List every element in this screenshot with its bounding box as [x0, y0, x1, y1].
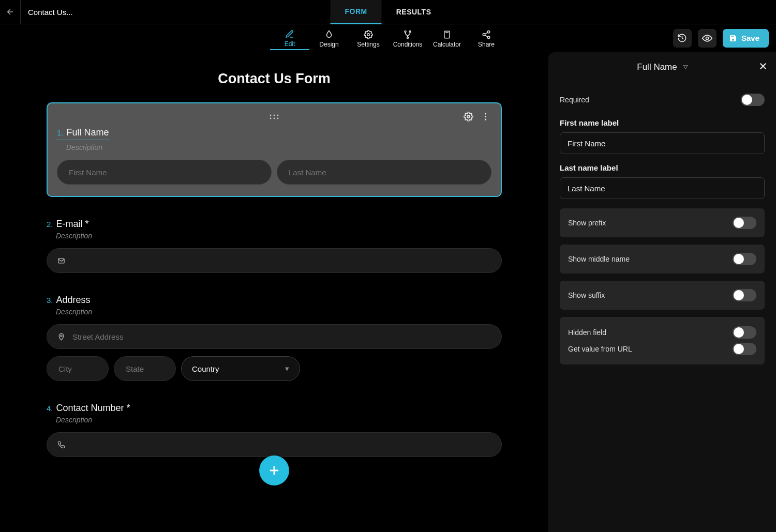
hidden-field-toggle[interactable] [733, 326, 756, 339]
country-select[interactable]: Country ▾ [181, 356, 300, 381]
tab-form[interactable]: FORM [330, 0, 381, 24]
required-toggle[interactable] [741, 94, 765, 106]
tool-settings[interactable]: Settings [349, 26, 388, 50]
field-description: Description [56, 232, 502, 240]
field-number: 1. [57, 128, 64, 137]
history-icon [677, 33, 687, 43]
history-button[interactable] [673, 29, 692, 48]
svg-point-12 [487, 31, 490, 33]
field-description: Description [56, 416, 502, 424]
last-name-label-input[interactable] [560, 177, 765, 199]
show-prefix-label: Show prefix [568, 219, 606, 227]
form-heading: Contact Us Form [47, 71, 502, 87]
field-label: E-mail * [56, 219, 89, 230]
svg-point-20 [277, 115, 279, 116]
tool-conditions[interactable]: Conditions [388, 26, 427, 50]
add-field-button[interactable] [259, 455, 289, 485]
get-from-url-toggle[interactable] [733, 343, 756, 355]
svg-point-0 [367, 33, 370, 36]
street-input[interactable] [47, 324, 502, 349]
panel-title[interactable]: Full Name ▽ [637, 62, 687, 72]
get-from-url-label: Get value from URL [568, 345, 632, 353]
svg-point-18 [270, 115, 272, 116]
tool-design[interactable]: Design [309, 26, 349, 50]
svg-point-13 [483, 33, 485, 36]
pencil-icon [285, 29, 294, 39]
share-icon [482, 30, 491, 39]
svg-rect-4 [444, 31, 450, 38]
svg-point-3 [407, 37, 409, 38]
svg-point-26 [485, 116, 486, 117]
drop-icon [324, 30, 334, 39]
close-panel-button[interactable] [758, 62, 768, 72]
svg-point-29 [61, 335, 62, 337]
plus-icon [267, 463, 281, 478]
field-description[interactable]: Description [66, 143, 491, 151]
field-address[interactable]: 3. Address Description Country ▾ [47, 295, 502, 381]
eye-icon [702, 33, 712, 43]
svg-point-24 [467, 115, 470, 118]
show-prefix-toggle[interactable] [733, 217, 756, 229]
required-label: Required [560, 96, 589, 104]
svg-point-22 [274, 118, 275, 119]
calculator-icon [442, 30, 452, 39]
last-name-label-title: Last name label [560, 163, 765, 172]
show-suffix-label: Show suffix [568, 291, 605, 299]
email-input[interactable] [47, 248, 502, 273]
tool-calculator[interactable]: Calculator [427, 26, 467, 50]
first-name-label-title: First name label [560, 118, 765, 127]
tool-edit[interactable]: Edit [270, 26, 309, 50]
last-name-input[interactable] [277, 160, 491, 185]
properties-panel: Full Name ▽ Required First name label La… [548, 52, 776, 532]
hidden-field-label: Hidden field [568, 328, 606, 337]
tab-results[interactable]: RESULTS [382, 0, 446, 24]
phone-icon [57, 441, 65, 449]
first-name-input[interactable] [57, 160, 272, 185]
field-number: 3. [47, 296, 53, 305]
first-name-label-input[interactable] [560, 132, 765, 154]
chevron-down-icon: ▽ [683, 64, 688, 70]
save-icon [729, 34, 737, 42]
field-settings-icon[interactable] [464, 112, 473, 121]
field-label[interactable]: Full Name [67, 127, 109, 138]
save-button[interactable]: Save [723, 29, 769, 48]
svg-point-2 [409, 31, 411, 32]
field-number: 4. [47, 404, 53, 413]
svg-point-14 [487, 36, 490, 39]
field-more-icon[interactable] [481, 112, 490, 121]
svg-point-19 [274, 115, 275, 116]
field-fullname[interactable]: 1. Full Name Description [47, 102, 502, 197]
mail-icon [57, 257, 65, 265]
field-label: Contact Number * [56, 403, 130, 414]
show-middle-label: Show middle name [568, 255, 630, 263]
svg-point-17 [706, 37, 708, 39]
preview-button[interactable] [698, 29, 717, 48]
svg-point-27 [485, 118, 486, 120]
field-label: Address [56, 295, 91, 306]
drag-handle-icon[interactable] [269, 113, 279, 121]
city-input[interactable] [47, 356, 109, 381]
svg-point-21 [270, 118, 272, 119]
show-middle-toggle[interactable] [733, 253, 756, 265]
phone-input[interactable] [47, 432, 502, 457]
svg-point-25 [485, 113, 486, 114]
field-number: 2. [47, 220, 53, 229]
state-input[interactable] [114, 356, 176, 381]
svg-point-1 [405, 31, 406, 32]
chevron-down-icon: ▾ [285, 364, 289, 373]
svg-point-23 [277, 118, 279, 119]
back-button[interactable] [0, 0, 21, 24]
pin-icon [57, 333, 65, 341]
field-email[interactable]: 2. E-mail * Description [47, 219, 502, 273]
field-contact-number[interactable]: 4. Contact Number * Description [47, 403, 502, 457]
show-suffix-toggle[interactable] [733, 289, 756, 301]
close-icon [758, 62, 768, 71]
svg-line-15 [485, 32, 487, 34]
form-title-input[interactable] [21, 8, 150, 17]
field-description: Description [56, 308, 502, 316]
gear-icon [364, 30, 373, 39]
branch-icon [403, 30, 412, 39]
tool-share[interactable]: Share [467, 26, 506, 50]
svg-line-16 [485, 35, 487, 37]
